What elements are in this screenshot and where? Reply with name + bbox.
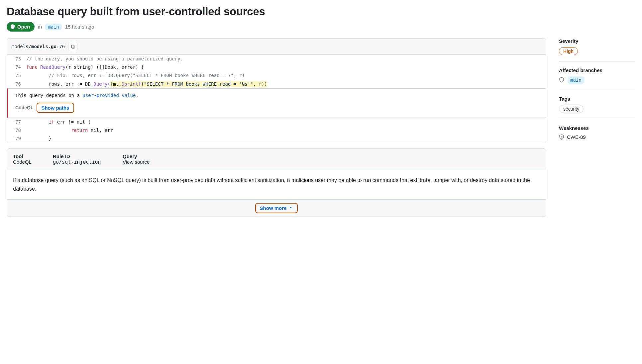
weaknesses-section: Weaknesses CWE-89 — [559, 125, 635, 146]
line-number: 76 — [7, 80, 26, 88]
meta-row: Open in main 15 hours ago — [7, 22, 635, 32]
code-line: 75 // Fix: rows, err := DB.Query("SELECT… — [7, 71, 546, 80]
weakness-link[interactable]: CWE-89 — [567, 134, 586, 140]
branches-section: Affected branches main — [559, 67, 635, 90]
severity-heading: Severity — [559, 38, 635, 44]
info-rule-h: Rule ID — [53, 153, 119, 159]
line-number: 75 — [7, 71, 26, 80]
code-text: "SELECT * FROM books WHERE read = '%s'" — [144, 81, 253, 87]
code-text: ( — [141, 81, 144, 87]
alert-pre: This query depends on a — [15, 93, 82, 98]
tool-label: CodeQL — [15, 105, 33, 110]
main-column: models/models.go:76 73 // the query, you… — [7, 38, 546, 222]
info-rule-v: go/sql-injection — [53, 159, 119, 165]
weaknesses-heading: Weaknesses — [559, 125, 635, 131]
alert-post: . — [136, 93, 138, 98]
code-line: 78 return nil, err — [7, 126, 546, 135]
code-text: err != nil { — [54, 119, 91, 125]
line-number: 78 — [7, 126, 26, 135]
info-tool-h: Tool — [13, 153, 50, 159]
code-comment: // Fix: rows, err := DB.Query("SELECT * … — [49, 73, 245, 78]
file-path-bold: models.go — [31, 44, 56, 49]
file-path-header: models/models.go:76 — [7, 39, 546, 55]
tags-section: Tags security — [559, 96, 635, 119]
code-text: nil, err — [88, 128, 113, 133]
code-func: Query — [93, 81, 107, 87]
code-text: } — [49, 136, 51, 141]
severity-badge: High — [559, 47, 578, 55]
copy-icon — [70, 44, 75, 49]
code-keyword: if — [49, 119, 54, 125]
file-path-prefix: models/ — [12, 44, 31, 49]
info-query-h: Query — [123, 153, 540, 159]
line-number: 74 — [7, 63, 26, 71]
info-panel-head: Tool CodeQL Rule ID go/sql-injection Que… — [7, 149, 546, 170]
code-text: ( — [107, 81, 110, 87]
info-panel: Tool CodeQL Rule ID go/sql-injection Que… — [7, 148, 546, 217]
code-line: 76 rows, err := DB.Query(fmt.Sprintf("SE… — [7, 80, 546, 88]
alert-text: This query depends on a user-provided va… — [15, 93, 539, 98]
tag-chip[interactable]: security — [559, 105, 584, 113]
alert-box: This query depends on a user-provided va… — [7, 88, 546, 118]
code-func: Sprintf — [122, 81, 141, 87]
code-line: 77 if err != nil { — [7, 118, 546, 126]
description-text: If a database query (such as an SQL or N… — [7, 170, 546, 199]
code-text: fmt — [110, 81, 119, 87]
show-more-row: Show more — [7, 199, 546, 217]
code-line: 79 } — [7, 135, 546, 143]
show-more-button[interactable]: Show more — [255, 203, 298, 213]
view-source-link[interactable]: View source — [123, 159, 540, 165]
sidebar: Severity High Affected branches main Tag… — [559, 38, 635, 152]
code-panel: models/models.go:76 73 // the query, you… — [7, 38, 546, 143]
code-comment: // the query, you should be using a para… — [26, 56, 183, 61]
status-text: Open — [17, 24, 30, 30]
line-number: 79 — [7, 135, 26, 143]
code-block: 73 // the query, you should be using a p… — [7, 55, 546, 143]
code-func: ReadQuery — [38, 64, 65, 70]
chevron-down-icon — [288, 205, 293, 211]
severity-section: Severity High — [559, 38, 635, 61]
affected-branch[interactable]: main — [568, 76, 584, 84]
info-tool-v: CodeQL — [13, 159, 50, 165]
code-line: 74 func ReadQuery(r string) ([]Book, err… — [7, 63, 546, 71]
copy-button[interactable] — [68, 42, 77, 51]
meta-in: in — [38, 24, 42, 30]
alert-link[interactable]: user-provided value — [82, 93, 136, 98]
status-badge: Open — [7, 22, 35, 32]
page-title: Database query built from user-controlle… — [7, 5, 635, 18]
line-number: 73 — [7, 55, 26, 63]
shield-icon — [559, 77, 564, 83]
branch-pill[interactable]: main — [45, 24, 62, 30]
code-text: (r string) ([]Book, error) { — [65, 64, 144, 70]
code-text: , r)) — [253, 81, 267, 87]
code-line: 73 // the query, you should be using a p… — [7, 55, 546, 63]
shield-alert-icon — [559, 135, 564, 140]
code-text: rows, err := DB. — [26, 81, 93, 87]
svg-point-1 — [561, 138, 562, 138]
code-text: . — [119, 81, 121, 87]
show-more-label: Show more — [260, 205, 287, 211]
shield-icon — [10, 24, 15, 30]
branches-heading: Affected branches — [559, 67, 635, 73]
show-paths-button[interactable]: Show paths — [37, 103, 74, 113]
highlight: fmt.Sprintf("SELECT * FROM books WHERE r… — [110, 81, 267, 87]
line-number: 77 — [7, 118, 26, 126]
tags-heading: Tags — [559, 96, 635, 102]
meta-time: 15 hours ago — [65, 24, 94, 30]
code-keyword: func — [26, 64, 38, 70]
code-keyword: return — [71, 128, 88, 133]
file-path-suffix: :76 — [56, 44, 65, 49]
